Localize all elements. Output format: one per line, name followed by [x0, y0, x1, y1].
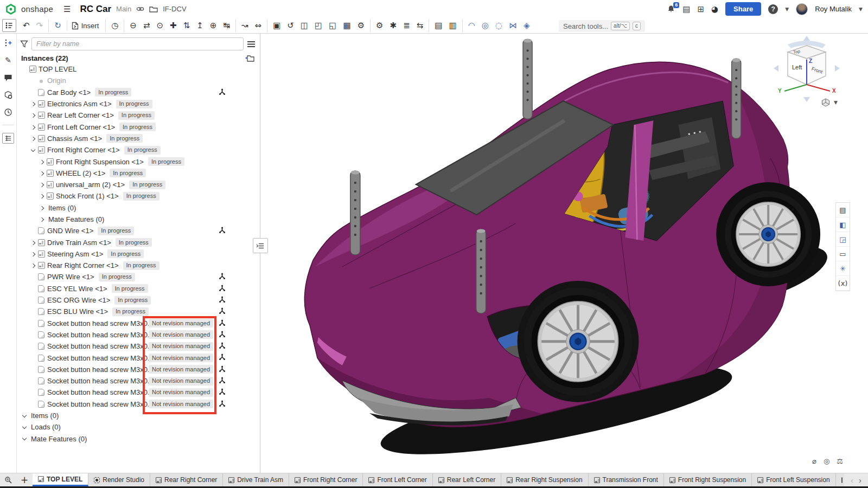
expander-icon[interactable] [38, 206, 46, 210]
insert-button[interactable]: Insert [67, 21, 104, 31]
document-tab[interactable]: Front Right Suspension [664, 473, 752, 486]
bom-panel-icon[interactable]: ◧ [836, 217, 850, 232]
panel-flyout-button[interactable] [253, 238, 268, 253]
rain-view-icon[interactable]: ◌ [492, 19, 506, 32]
view-mode-button[interactable]: ▼ [821, 98, 838, 107]
help-caret-icon[interactable]: ▼ [785, 7, 789, 12]
tree-row[interactable]: ESC BLU Wire <1> In progress [17, 306, 260, 317]
tree-row[interactable]: Front Left Corner <1> In progress [17, 121, 260, 132]
mate-connector-icon[interactable] [219, 307, 226, 314]
insert-panel-icon[interactable]: ◲ [836, 232, 850, 247]
measure-panel-icon[interactable]: ▭ [836, 247, 850, 261]
mate-connector-icon[interactable] [219, 227, 226, 234]
view-mode-caret-icon[interactable]: ▼ [834, 100, 838, 105]
document-tab[interactable]: Transmission Front [589, 473, 664, 486]
appearance-panel-icon[interactable]: ✳ [836, 261, 850, 276]
bom-rail-icon[interactable] [2, 133, 14, 144]
rear-right-wheel[interactable] [725, 191, 812, 278]
mate-icon[interactable]: ⚙ [370, 19, 386, 32]
configuration-panel-icon[interactable]: (x) [836, 276, 850, 291]
document-tab[interactable]: Render Studio [88, 473, 150, 486]
tree-row[interactable]: Shock Front (1) <1> In progress [17, 190, 260, 202]
cube-left-label[interactable]: Left [792, 64, 802, 70]
expander-icon[interactable] [29, 125, 37, 129]
tree-row[interactable]: Items (0) [17, 410, 260, 421]
expander-icon[interactable] [21, 438, 28, 440]
document-tab[interactable]: Front Left Corner [363, 473, 432, 486]
expander-icon[interactable] [21, 426, 28, 428]
replicate-icon[interactable]: ⇆ [413, 19, 427, 32]
learning-center-icon[interactable]: ◕ [711, 4, 718, 14]
tree-row[interactable]: Car Body <1> In progress [17, 87, 260, 98]
tree-row[interactable]: Front Right Suspension <1> In progress [17, 156, 260, 167]
tree-row[interactable]: Chassis Asm <1> In progress [17, 133, 260, 144]
insert-context-icon[interactable]: ◰ [311, 19, 326, 32]
tree-row[interactable]: Socket button head screw M3x0.5 x 8 <2> … [17, 352, 260, 363]
mate-connector-icon[interactable] [219, 400, 226, 407]
mate-connector-icon[interactable] [219, 365, 226, 373]
front-right-wheel[interactable] [524, 287, 633, 396]
mate-connector-icon[interactable] [219, 354, 226, 361]
view-cube[interactable]: Top Left Front Z X Y [771, 35, 842, 105]
tree-row[interactable]: Socket button head screw M3x0.5 x 8 <1> … [17, 341, 260, 352]
rotate-icon[interactable]: ⇄ [140, 19, 154, 32]
folder-name[interactable]: IF-DCV [163, 5, 186, 13]
search-tools-box[interactable]: Search tools... alt/⌥ c [559, 20, 645, 32]
expander-icon[interactable] [29, 113, 37, 117]
expander-icon[interactable] [29, 241, 37, 245]
history-icon[interactable]: ◷ [105, 19, 122, 32]
spline-drag-icon[interactable]: ↝ [235, 19, 252, 32]
section-view-icon[interactable]: ◫ [297, 19, 311, 32]
tree-row[interactable]: TOP LEVEL [17, 63, 260, 75]
list-options-icon[interactable] [247, 41, 256, 48]
link-icon[interactable] [136, 7, 144, 11]
mate-connector-icon[interactable] [219, 331, 226, 338]
appearance-grid-icon[interactable]: ▦ [340, 19, 354, 32]
assembly-tree-toggle[interactable] [2, 19, 16, 32]
tab-next-icon[interactable]: › [859, 476, 861, 485]
document-tab[interactable]: Rear L [836, 473, 844, 486]
document-tab[interactable]: Drive Train Asm [223, 473, 289, 486]
translate-icon[interactable]: ⊙ [154, 19, 167, 32]
bowtie-view-icon[interactable]: ⋈ [506, 19, 520, 32]
add-instance-icon[interactable] [245, 55, 254, 62]
measure-icon[interactable]: ⌀ [812, 457, 816, 465]
share-button[interactable]: Share [725, 2, 761, 16]
redo-icon[interactable]: ↷ [33, 19, 47, 32]
named-positions-icon[interactable]: ↺ [284, 19, 297, 32]
tree-row[interactable]: Socket button head screw M3x0.5 x 8 <5> … [17, 329, 260, 341]
document-tab[interactable]: Front Right Corner [289, 473, 363, 486]
mate-connector-icon[interactable] [219, 342, 226, 349]
add-tab-button[interactable]: + [16, 473, 33, 486]
tree-row[interactable]: Steering Asm <1> In progress [17, 248, 260, 260]
tree-row[interactable]: PWR Wire <1> In progress [17, 271, 260, 282]
user-caret-icon[interactable]: ▼ [859, 7, 863, 12]
explode-follow-icon[interactable] [3, 90, 13, 100]
grab-part-icon[interactable]: ◱ [326, 19, 340, 32]
expander-icon[interactable] [38, 217, 46, 221]
user-avatar[interactable] [796, 3, 808, 15]
exploded-view-icon[interactable]: ◈ [520, 19, 533, 32]
tree-row[interactable]: Mate Features (0) [17, 214, 260, 225]
tree-row[interactable]: Rear Left Corner <1> In progress [17, 110, 260, 121]
box-select-icon[interactable]: ▣ [267, 19, 284, 32]
free-drag-icon[interactable]: ⇅ [180, 19, 194, 32]
tab-prev-icon[interactable]: ‹ [851, 476, 853, 485]
insert-instance-icon[interactable] [3, 38, 13, 48]
onshape-logo-icon[interactable] [5, 4, 16, 15]
document-tab[interactable]: Rear Right Suspension [501, 473, 588, 486]
expander-icon[interactable] [38, 183, 46, 187]
axis-move-icon[interactable]: ⊕ [207, 19, 220, 32]
tree-row[interactable]: Loads (0) [17, 421, 260, 433]
tree-row[interactable]: Socket button head screw M3x0.5 x 8 <4> … [17, 318, 260, 329]
mate-connector-icon[interactable] [219, 296, 226, 303]
document-title[interactable]: RC Car [80, 4, 111, 15]
mate-connector-icon[interactable] [219, 388, 226, 395]
sketch-curve-icon[interactable]: ◠ [462, 19, 478, 32]
document-tab[interactable]: Front Left Suspension [752, 473, 835, 486]
lift-icon[interactable]: ↥ [193, 19, 207, 32]
linear-pattern-icon[interactable]: ≣ [400, 19, 413, 32]
tree-row[interactable]: GND Wire <1> In progress [17, 225, 260, 236]
gear-relations-icon[interactable]: ⚙ [354, 19, 368, 32]
document-tab[interactable]: Rear Right Corner [150, 473, 223, 486]
